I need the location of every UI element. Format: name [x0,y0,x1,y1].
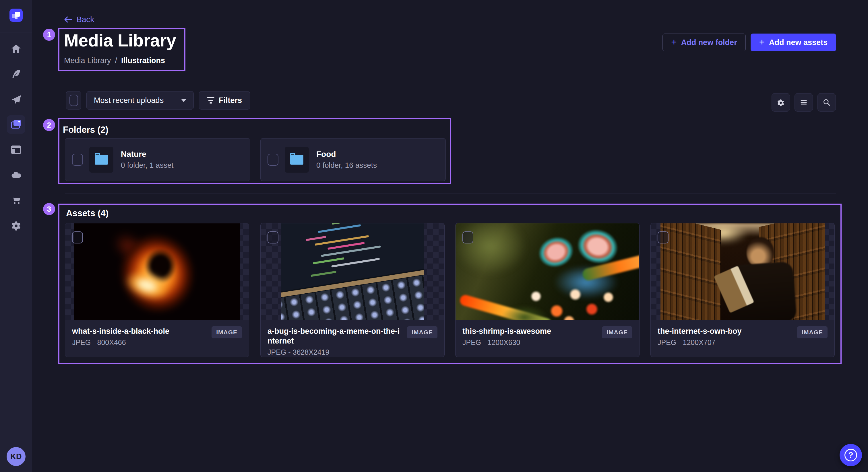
question-mark-icon: ? [844,449,857,461]
plus-icon: + [759,37,765,47]
list-icon [799,98,808,107]
folder-tile [89,147,113,173]
asset-title: what-s-inside-a-black-hole [72,326,206,336]
search-button[interactable] [817,93,836,111]
asset-checkbox[interactable] [72,231,83,243]
asset-type-badge: IMAGE [797,326,828,338]
media-library-icon [10,119,22,130]
asset-checkbox[interactable] [462,231,473,243]
asset-thumbnail[interactable] [651,224,834,320]
folder-icon [95,155,108,165]
feather-icon [10,68,22,80]
folder-name[interactable]: Food [316,150,377,159]
header-actions: + Add new folder + Add new assets [662,34,836,51]
asset-checkbox[interactable] [658,231,669,243]
asset-thumbnail[interactable] [456,224,639,320]
breadcrumb-root[interactable]: Media Library [64,56,111,65]
folder-tile [285,147,309,173]
sort-dropdown-value: Most recent uploads [87,96,164,105]
sidebar-item-cloud[interactable] [7,166,25,184]
sidebar-item-content-type-builder[interactable] [7,140,25,159]
asset-meta: JPEG - 1200X707 [658,338,792,347]
library-portrait-image [660,224,825,320]
asset-type-badge: IMAGE [407,326,437,338]
media-library-page: KD Back Media Library Media Library / Il… [0,0,868,472]
laptop-code-image [281,224,424,320]
annotation-badge-2: 2 [43,119,55,131]
asset-thumbnail[interactable] [260,224,444,320]
add-new-assets-label: Add new assets [769,38,828,47]
asset-meta: JPEG - 1200X630 [462,338,597,347]
asset-title: the-internet-s-own-boy [658,326,792,336]
sidebar-item-media-library[interactable] [7,115,25,134]
home-icon [10,43,22,55]
section-divider [65,194,836,194]
folder-checkbox[interactable] [268,154,278,166]
filters-label: Filters [219,96,242,105]
search-icon [823,98,831,107]
sidebar-item-content[interactable] [7,65,25,83]
mantis-shrimp-image [456,224,639,320]
filter-icon [207,97,214,103]
asset-type-badge: IMAGE [602,326,632,338]
strapi-logo-icon[interactable] [9,9,23,22]
black-hole-image [74,224,240,320]
cloud-icon [10,169,22,181]
folder-card-nature[interactable]: Nature 0 folder, 1 asset [65,138,250,181]
cart-icon [10,194,22,206]
sidebar-divider-bottom [0,443,32,443]
asset-card-black-hole[interactable]: what-s-inside-a-black-hole JPEG - 800X46… [65,223,249,357]
sidebar: KD [0,0,32,472]
folder-card-food[interactable]: Food 0 folder, 16 assets [260,138,446,181]
list-view-button[interactable] [795,93,813,111]
folder-meta: 0 folder, 16 assets [316,161,377,170]
sidebar-item-settings[interactable] [7,216,25,235]
add-new-assets-button[interactable]: + Add new assets [751,34,836,51]
filters-button[interactable]: Filters [199,91,250,109]
layout-icon [10,144,22,156]
select-all-checkbox[interactable] [69,95,78,106]
annotation-badge-3: 3 [43,203,55,215]
chevron-down-icon [181,99,187,102]
folder-icon [290,155,303,165]
asset-card-bug-meme[interactable]: a-bug-is-becoming-a-meme-on-the-internet… [260,223,445,357]
asset-type-badge: IMAGE [212,326,242,338]
back-link[interactable]: Back [64,15,94,24]
user-avatar[interactable]: KD [7,447,26,466]
sidebar-item-marketplace[interactable] [7,191,25,209]
toolbar: Most recent uploads Filters [66,91,250,109]
folder-name[interactable]: Nature [121,150,174,159]
sidebar-item-home[interactable] [7,40,25,58]
assets-heading: Assets (4) [66,208,108,218]
gear-icon [10,220,22,231]
breadcrumb-current: Illustrations [121,56,165,65]
add-new-folder-button[interactable]: + Add new folder [662,34,745,51]
plus-icon: + [671,37,677,47]
folder-meta: 0 folder, 1 asset [121,161,174,170]
back-label: Back [76,15,94,24]
asset-card-internets-own-boy[interactable]: the-internet-s-own-boy JPEG - 1200X707 I… [650,223,835,357]
sidebar-item-releases[interactable] [7,90,25,108]
asset-checkbox[interactable] [268,231,278,243]
add-new-folder-label: Add new folder [681,38,737,47]
asset-card-shrimp[interactable]: this-shrimp-is-awesome JPEG - 1200X630 I… [455,223,640,357]
sort-dropdown[interactable]: Most recent uploads [86,91,194,109]
page-title: Media Library [64,30,176,50]
breadcrumb: Media Library / Illustrations [64,56,165,65]
asset-title: this-shrimp-is-awesome [462,326,597,336]
annotation-badge-1: 1 [43,29,55,41]
back-arrow-icon [64,15,72,24]
folder-checkbox[interactable] [72,154,83,166]
asset-meta: JPEG - 3628X2419 [268,348,402,357]
help-button[interactable]: ? [840,444,862,466]
folders-heading: Folders (2) [63,125,108,135]
gear-icon [776,98,785,107]
asset-thumbnail[interactable] [65,224,249,320]
paper-plane-icon [10,94,22,105]
select-all-checkbox-button[interactable] [66,91,81,109]
breadcrumb-separator: / [115,56,117,65]
settings-button[interactable] [772,93,790,111]
sidebar-divider-top [0,32,32,32]
asset-meta: JPEG - 800X466 [72,338,206,347]
view-controls [772,93,836,111]
